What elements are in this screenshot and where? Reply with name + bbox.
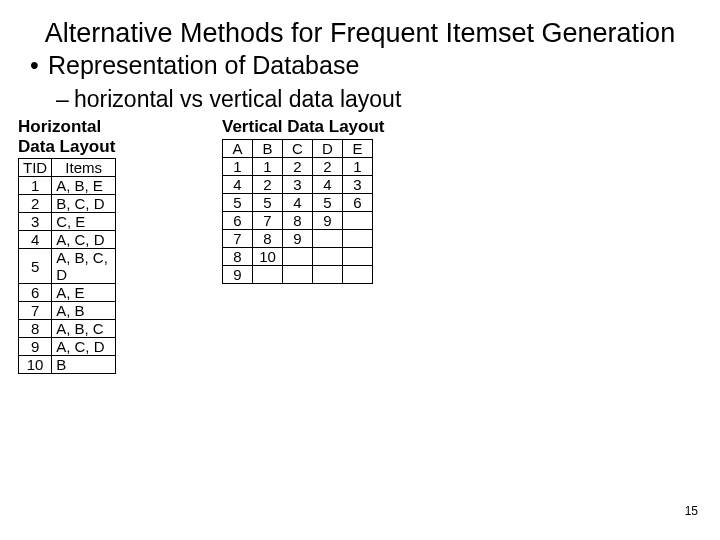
vertical-layout-section: Vertical Data Layout ABCDE 1122142343554… [222,117,385,284]
cell-tid: 8 [19,320,52,338]
cell: 2 [253,175,283,193]
bullet-level2-text: horizontal vs vertical data layout [74,86,401,112]
table-row: 10B [19,356,116,374]
cell: 5 [253,193,283,211]
cell: 6 [223,211,253,229]
table-row: 9A, C, D [19,338,116,356]
cell: 2 [313,157,343,175]
cell-tid: 3 [19,213,52,231]
cell: 1 [343,157,373,175]
horizontal-layout-section: Horizontal Data Layout TID Items 1A, B, … [18,117,116,374]
horizontal-heading: Horizontal Data Layout [18,117,116,156]
cell-items: B [52,356,116,374]
cell-items: C, E [52,213,116,231]
cell [283,265,313,283]
cell: 7 [223,229,253,247]
cell-items: B, C, D [52,195,116,213]
cell [313,265,343,283]
cell-items: A, B, C, D [52,249,116,284]
table-row: 42343 [223,175,373,193]
cell: 4 [223,175,253,193]
cell: 5 [313,193,343,211]
bullet-level1-text: Representation of Database [48,51,359,79]
cell: 1 [223,157,253,175]
cell: 7 [253,211,283,229]
table-row: 3C, E [19,213,116,231]
cell-tid: 5 [19,249,52,284]
cell: 5 [223,193,253,211]
col-header-c: C [283,139,313,157]
cell-tid: 2 [19,195,52,213]
bullet-level2: –horizontal vs vertical data layout [0,80,720,113]
col-header-a: A [223,139,253,157]
cell [343,229,373,247]
col-header-e: E [343,139,373,157]
cell-tid: 10 [19,356,52,374]
table-row: 6A, E [19,284,116,302]
cell: 9 [313,211,343,229]
cell: 4 [283,193,313,211]
cell [283,247,313,265]
cell-items: A, B [52,302,116,320]
cell: 6 [343,193,373,211]
bullet-dot: • [30,51,48,80]
bullet-dash: – [56,86,74,113]
cell-items: A, E [52,284,116,302]
cell: 9 [223,265,253,283]
cell: 8 [283,211,313,229]
cell-items: A, C, D [52,231,116,249]
cell-items: A, B, C [52,320,116,338]
table-row: 6789 [223,211,373,229]
cell-tid: 7 [19,302,52,320]
vertical-table: ABCDE 11221423435545667897898109 [222,139,373,284]
cell [343,211,373,229]
cell: 10 [253,247,283,265]
col-header-items: Items [52,159,116,177]
cell [343,265,373,283]
table-row: 55456 [223,193,373,211]
table-row: 1A, B, E [19,177,116,195]
cell: 4 [313,175,343,193]
table-row: 4A, C, D [19,231,116,249]
cell-tid: 6 [19,284,52,302]
horizontal-table: TID Items 1A, B, E2B, C, D3C, E4A, C, D5… [18,158,116,374]
col-header-b: B [253,139,283,157]
table-row: 7A, B [19,302,116,320]
cell-tid: 1 [19,177,52,195]
cell-tid: 9 [19,338,52,356]
table-row: 5A, B, C, D [19,249,116,284]
bullet-level1: •Representation of Database [0,51,720,80]
table-row: 789 [223,229,373,247]
page-number: 15 [685,504,698,518]
table-row: 11221 [223,157,373,175]
cell-tid: 4 [19,231,52,249]
cell-items: A, C, D [52,338,116,356]
cell: 2 [283,157,313,175]
cell [313,247,343,265]
cell-items: A, B, E [52,177,116,195]
table-row: 8A, B, C [19,320,116,338]
table-row: 9 [223,265,373,283]
col-header-tid: TID [19,159,52,177]
vertical-heading: Vertical Data Layout [222,117,385,137]
table-header-row: ABCDE [223,139,373,157]
col-header-d: D [313,139,343,157]
cell: 8 [253,229,283,247]
cell: 9 [283,229,313,247]
table-header-row: TID Items [19,159,116,177]
table-row: 810 [223,247,373,265]
page-title: Alternative Methods for Frequent Itemset… [0,0,720,51]
cell: 3 [343,175,373,193]
cell: 8 [223,247,253,265]
table-row: 2B, C, D [19,195,116,213]
cell [343,247,373,265]
cell [313,229,343,247]
cell [253,265,283,283]
cell: 3 [283,175,313,193]
cell: 1 [253,157,283,175]
